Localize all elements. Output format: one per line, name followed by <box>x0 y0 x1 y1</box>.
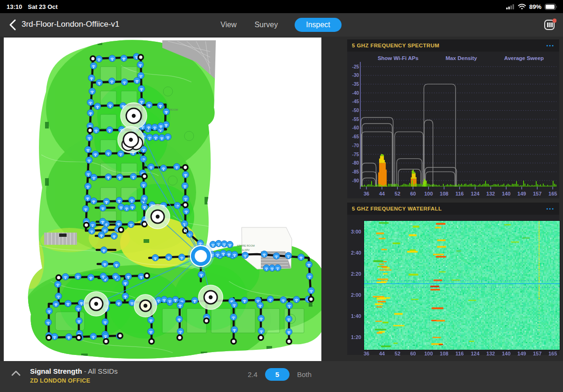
survey-sample-wifi-icon[interactable] <box>54 281 61 287</box>
survey-waypoint[interactable] <box>183 165 188 170</box>
survey-sample-wifi-icon[interactable] <box>146 102 152 108</box>
survey-sample-wifi-icon[interactable] <box>166 254 172 260</box>
survey-sample-wifi-icon[interactable] <box>83 205 89 212</box>
survey-sample-wifi-icon[interactable] <box>258 328 265 334</box>
survey-sample-wifi-icon[interactable] <box>122 293 129 300</box>
survey-waypoint[interactable] <box>145 273 149 278</box>
survey-sample-wifi-icon[interactable] <box>137 72 144 79</box>
survey-sample-wifi-icon[interactable] <box>286 329 292 335</box>
survey-sample-wifi-icon[interactable] <box>231 251 238 258</box>
survey-waypoint[interactable] <box>142 222 147 226</box>
survey-sample-wifi-icon[interactable] <box>242 252 249 258</box>
survey-sample-wifi-icon[interactable] <box>130 173 137 180</box>
survey-sample-wifi-icon[interactable] <box>191 297 198 304</box>
survey-sample-wifi-icon[interactable] <box>107 102 114 108</box>
survey-sample-wifi-icon[interactable] <box>116 197 122 204</box>
tab-view[interactable]: View <box>220 18 237 32</box>
survey-sample-wifi-icon[interactable] <box>90 62 97 69</box>
survey-sample-wifi-icon[interactable] <box>129 204 136 210</box>
survey-sample-wifi-icon[interactable] <box>177 328 184 335</box>
survey-sample-wifi-icon[interactable] <box>108 78 115 84</box>
survey-sample-wifi-icon[interactable] <box>152 124 158 130</box>
access-point-icon[interactable] <box>84 292 108 316</box>
survey-sample-wifi-icon[interactable] <box>85 171 91 177</box>
survey-sample-wifi-icon[interactable] <box>100 247 107 253</box>
survey-waypoint[interactable] <box>138 55 143 60</box>
survey-sample-wifi-icon[interactable] <box>96 79 103 86</box>
survey-sample-wifi-icon[interactable] <box>87 110 94 116</box>
survey-sample-wifi-icon[interactable] <box>285 252 292 259</box>
survey-sample-wifi-icon[interactable] <box>306 273 313 279</box>
survey-sample-wifi-icon[interactable] <box>274 264 281 271</box>
survey-sample-wifi-icon[interactable] <box>101 261 108 267</box>
survey-sample-wifi-icon[interactable] <box>258 315 264 322</box>
survey-sample-wifi-icon[interactable] <box>85 146 91 153</box>
survey-sample-wifi-icon[interactable] <box>261 251 267 257</box>
survey-waypoint[interactable] <box>177 335 182 340</box>
survey-sample-wifi-icon[interactable] <box>75 273 81 279</box>
spectrum-menu-ellipsis-icon[interactable]: ••• <box>546 43 555 48</box>
survey-waypoint[interactable] <box>56 275 61 280</box>
survey-sample-wifi-icon[interactable] <box>146 134 153 141</box>
survey-waypoint[interactable] <box>76 335 81 340</box>
survey-sample-wifi-icon[interactable] <box>89 221 96 228</box>
survey-waypoint[interactable] <box>91 56 95 61</box>
survey-sample-wifi-icon[interactable] <box>286 316 292 322</box>
survey-sample-wifi-icon[interactable] <box>163 108 169 115</box>
survey-waypoint[interactable] <box>204 318 209 323</box>
survey-waypoint[interactable] <box>259 335 263 340</box>
survey-sample-wifi-icon[interactable] <box>141 204 148 210</box>
survey-waypoint[interactable] <box>118 333 122 338</box>
survey-sample-wifi-icon[interactable] <box>160 165 167 172</box>
survey-waypoint[interactable] <box>309 297 313 302</box>
survey-sample-wifi-icon[interactable] <box>92 151 99 158</box>
survey-waypoint[interactable] <box>84 223 89 227</box>
survey-sample-wifi-icon[interactable] <box>105 173 112 180</box>
survey-sample-wifi-icon[interactable] <box>152 134 159 141</box>
survey-sample-wifi-icon[interactable] <box>267 296 274 302</box>
survey-sample-wifi-icon[interactable] <box>138 85 145 92</box>
survey-sample-wifi-icon[interactable] <box>176 316 183 323</box>
survey-sample-wifi-icon[interactable] <box>115 300 122 306</box>
survey-sample-wifi-icon[interactable] <box>183 208 190 214</box>
survey-sample-wifi-icon[interactable] <box>138 273 145 280</box>
survey-sample-wifi-icon[interactable] <box>230 314 237 320</box>
survey-sample-wifi-icon[interactable] <box>183 195 189 202</box>
survey-sample-wifi-icon[interactable] <box>113 261 120 268</box>
survey-sample-wifi-icon[interactable] <box>148 328 154 335</box>
survey-sample-wifi-icon[interactable] <box>273 253 280 259</box>
survey-sample-wifi-icon[interactable] <box>84 183 91 189</box>
survey-sample-wifi-icon[interactable] <box>308 287 314 294</box>
survey-sample-wifi-icon[interactable] <box>45 319 52 325</box>
survey-sample-wifi-icon[interactable] <box>198 271 205 278</box>
survey-sample-wifi-icon[interactable] <box>88 75 95 81</box>
survey-sample-wifi-icon[interactable] <box>231 302 237 308</box>
survey-sample-wifi-icon[interactable] <box>100 273 107 279</box>
survey-sample-wifi-icon[interactable] <box>121 79 128 85</box>
survey-sample-wifi-icon[interactable] <box>306 261 312 268</box>
survey-sample-wifi-icon[interactable] <box>75 305 82 312</box>
floorplan-map[interactable]: SOUND ROOMSTORE ROOM& ARV <box>4 38 321 361</box>
survey-sample-wifi-icon[interactable] <box>157 102 164 109</box>
survey-sample-wifi-icon[interactable] <box>122 279 129 286</box>
panel-toggle-button[interactable] <box>543 18 556 31</box>
survey-sample-wifi-icon[interactable] <box>102 318 108 325</box>
survey-sample-wifi-icon[interactable] <box>286 302 293 309</box>
survey-sample-wifi-icon[interactable] <box>141 195 148 201</box>
survey-sample-wifi-icon[interactable] <box>152 255 159 261</box>
band-both[interactable]: Both <box>297 370 312 378</box>
survey-sample-wifi-icon[interactable] <box>172 296 179 303</box>
survey-sample-wifi-icon[interactable] <box>96 56 102 62</box>
survey-sample-wifi-icon[interactable] <box>111 233 117 239</box>
survey-sample-wifi-icon[interactable] <box>86 135 92 141</box>
survey-sample-wifi-icon[interactable] <box>129 197 135 204</box>
survey-sample-wifi-icon[interactable] <box>280 297 287 303</box>
survey-sample-wifi-icon[interactable] <box>105 150 112 156</box>
survey-sample-wifi-icon[interactable] <box>183 172 189 178</box>
survey-sample-wifi-icon[interactable] <box>93 127 99 134</box>
survey-waypoint[interactable] <box>142 174 147 179</box>
survey-sample-wifi-icon[interactable] <box>293 296 300 303</box>
survey-sample-wifi-icon[interactable] <box>177 302 183 309</box>
survey-waypoint[interactable] <box>46 335 51 340</box>
survey-sample-wifi-icon[interactable] <box>90 333 97 339</box>
